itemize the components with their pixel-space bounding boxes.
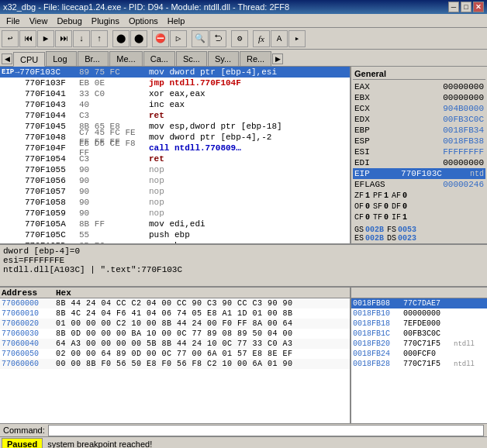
disasm-row[interactable]: 770F1056 90 nop (0, 175, 350, 186)
tab-memory[interactable]: Me... (109, 51, 142, 66)
menu-bar: FileViewDebugPluginsOptionsHelp (0, 14, 487, 28)
close-button[interactable]: ✕ (473, 2, 484, 12)
disasm-hex: 40 (79, 100, 149, 109)
stack-row[interactable]: 0018FB1000000000 (351, 308, 487, 319)
disasm-row[interactable]: 770F1058 90 nop (0, 197, 350, 208)
reg-name: EAX (354, 82, 378, 91)
hex-row[interactable]: 7706002001 00 00 00 C2 10 00 8B 44 24 00… (0, 319, 350, 329)
toolbar-btn-4[interactable]: ⏭ (55, 30, 72, 47)
tab-symbols[interactable]: Sy... (208, 51, 239, 66)
toolbar-btn-6[interactable]: ↑ (91, 30, 108, 47)
toolbar-btn-3[interactable]: ▶ (37, 30, 54, 47)
command-input[interactable] (48, 425, 484, 436)
addr-cell: 770F1056 (0, 176, 68, 185)
toolbar-btn-15[interactable]: A (271, 30, 288, 47)
empty-marker (2, 122, 25, 131)
menu-item-options[interactable]: Options (124, 16, 163, 26)
menu-item-file[interactable]: File (2, 16, 25, 26)
flag-if: IF 1 (392, 213, 407, 222)
tab-log[interactable]: Log (46, 51, 77, 66)
disasm-row[interactable]: 770F105C 55 push ebp (0, 229, 350, 240)
hex-header: Address Hex (0, 288, 350, 298)
disasm-panel[interactable]: EIP→ 770F103C 89 75 FC mov dword ptr [eb… (0, 67, 351, 243)
tab-breakpoints[interactable]: Br... (78, 51, 109, 66)
disasm-instr: mov edi,edi (149, 219, 350, 229)
hex-row[interactable]: 7706004064 A3 00 00 00 00 5B 8B 44 24 10… (0, 339, 350, 349)
stack-row[interactable]: 0018FB0877C7DAE7 (351, 298, 487, 308)
hex-row-data: 8B 44 24 04 CC C2 04 00 CC 90 C3 90 CC C… (56, 299, 348, 308)
toolbar-btn-1[interactable]: ↩ (2, 30, 19, 47)
hex-row-data: 64 A3 00 00 00 00 5B 8B 44 24 10 0C 77 3… (56, 339, 348, 348)
hex-row[interactable]: 7706006000 00 8B F0 56 50 E8 F0 56 F8 C2… (0, 359, 350, 369)
hex-row[interactable]: 770600108B 4C 24 04 F6 41 04 06 74 05 E8… (0, 308, 350, 319)
eflags-name: EFLAGS (354, 180, 378, 189)
empty-marker (2, 208, 25, 218)
menu-item-debug[interactable]: Debug (52, 16, 86, 26)
hex-rows: 770600008B 44 24 04 CC C2 04 00 CC 90 C3… (0, 298, 350, 369)
disasm-row[interactable]: 770F105D 8B EC mov ebp,esp (0, 240, 350, 243)
toolbar-btn-11[interactable]: 🔍 (192, 30, 209, 47)
stack-row[interactable]: 0018FB20770C71F5ntdll (351, 339, 487, 349)
hex-row[interactable]: 770600308B 0D 00 00 00 BA 10 00 0C 77 89… (0, 329, 350, 339)
disasm-row[interactable]: 770F1048 C7 45 FC FE FF FF FF mov dword … (0, 132, 350, 143)
disasm-row[interactable]: 770F103F EB 0E jmp ntdll.770F104F (0, 78, 350, 88)
toolbar-btn-8[interactable]: ⬤ (130, 30, 147, 47)
tab-scripts[interactable]: Sc... (176, 51, 207, 66)
disasm-row[interactable]: 770F1043 40 inc eax (0, 99, 350, 110)
tab-callstack[interactable]: Ca... (143, 51, 175, 66)
maximize-button[interactable]: □ (461, 2, 471, 12)
tab-next-btn[interactable]: ▶ (272, 53, 283, 64)
disasm-addr: 770F105D (25, 241, 66, 243)
addr-cell: 770F1057 (0, 187, 68, 196)
disasm-row[interactable]: 770F1057 90 nop (0, 186, 350, 197)
stack-row[interactable]: 0018FB24000FCF0 (351, 349, 487, 359)
empty-marker (2, 219, 25, 229)
menu-item-plugins[interactable]: Plugins (87, 16, 124, 26)
stack-row[interactable]: 0018FB187EFDE000 (351, 319, 487, 329)
disasm-hex: 55 (79, 230, 149, 240)
tab-log-label: Log (53, 54, 67, 64)
disasm-row[interactable]: 770F1045 8B 65 E8 mov esp,dword ptr [ebp… (0, 121, 350, 132)
stack-panel[interactable]: 0018FB0877C7DAE70018FB10000000000018FB18… (351, 288, 487, 423)
disasm-row[interactable]: 770F1044 C3 ret (0, 110, 350, 121)
eip-row: EIP 770F103C ntd (353, 168, 485, 179)
toolbar-btn-10[interactable]: ▷ (170, 30, 187, 47)
toolbar-btn-12[interactable]: ⮌ (209, 30, 226, 47)
disasm-row[interactable]: 770F104F E8 D5 CE F8 FF call ntdll.77080… (0, 143, 350, 153)
disasm-row[interactable]: 770F1059 90 nop (0, 208, 350, 219)
stack-val: 77C7DAE7 (403, 299, 454, 308)
menu-item-view[interactable]: View (25, 16, 53, 26)
disasm-row[interactable]: 770F105A 8B FF mov edi,edi (0, 219, 350, 229)
toolbar-btn-7[interactable]: ⬤ (112, 30, 130, 47)
hex-row-data: 00 00 8B F0 56 50 E8 F0 56 F8 C2 10 00 6… (56, 360, 348, 368)
disasm-addr: 770F1058 (25, 198, 66, 207)
addr-cell: 770F103F (0, 78, 68, 88)
tab-cpu[interactable]: CPU (13, 52, 45, 67)
hex-row[interactable]: 770600008B 44 24 04 CC C2 04 00 CC 90 C3… (0, 298, 350, 308)
disasm-row[interactable]: 770F1041 33 C0 xor eax,eax (0, 88, 350, 99)
disasm-hex: 8B FF (79, 219, 149, 229)
menu-item-help[interactable]: Help (163, 16, 190, 26)
disasm-row[interactable]: 770F1054 C3 ret (0, 153, 350, 164)
toolbar-btn-2[interactable]: ⏮ (19, 30, 36, 47)
toolbar-btn-16[interactable]: ▸ (288, 30, 306, 47)
stack-addr: 0018FB1C (353, 329, 403, 338)
hex-addr-header: Address (2, 288, 56, 298)
disasm-addr: 770F103F (25, 78, 66, 88)
tab-refs[interactable]: Re... (240, 51, 271, 66)
addr-cell: 770F105C (0, 230, 68, 240)
toolbar-btn-5[interactable]: ↓ (73, 30, 90, 47)
minimize-button[interactable]: ─ (448, 2, 459, 12)
eip-val: 770F103C (401, 169, 442, 178)
toolbar-btn-13[interactable]: ⚙ (231, 30, 248, 47)
stack-val: 00FB3C0C (403, 329, 454, 338)
toolbar-btn-9[interactable]: ⛔ (152, 30, 169, 47)
toolbar-btn-14[interactable]: fx (253, 30, 270, 47)
tab-prev-btn[interactable]: ◀ (2, 53, 12, 64)
hex-panel[interactable]: Address Hex 770600008B 44 24 04 CC C2 04… (0, 288, 351, 423)
stack-row[interactable]: 0018FB1C00FB3C0C (351, 329, 487, 339)
hex-row[interactable]: 7706005002 00 00 64 89 0D 00 0C 77 00 6A… (0, 349, 350, 359)
disasm-row[interactable]: 770F1055 90 nop (0, 164, 350, 175)
stack-row[interactable]: 0018FB28770C71F5ntdll (351, 359, 487, 369)
disasm-row[interactable]: EIP→ 770F103C 89 75 FC mov dword ptr [eb… (0, 67, 350, 78)
